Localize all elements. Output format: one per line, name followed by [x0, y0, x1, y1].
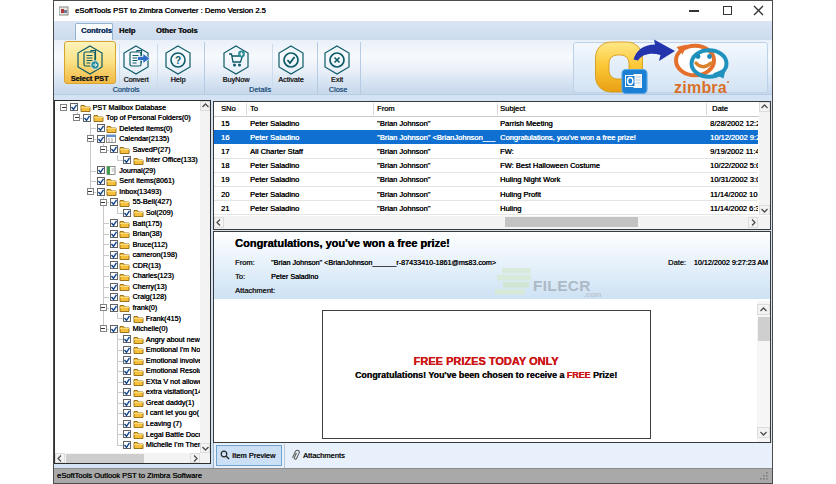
svg-text:?: ? — [175, 55, 181, 66]
svg-text:FILECR: FILECR — [533, 277, 591, 294]
svg-text:.com: .com — [584, 290, 602, 299]
svg-text:zimbra: zimbra — [674, 79, 727, 96]
